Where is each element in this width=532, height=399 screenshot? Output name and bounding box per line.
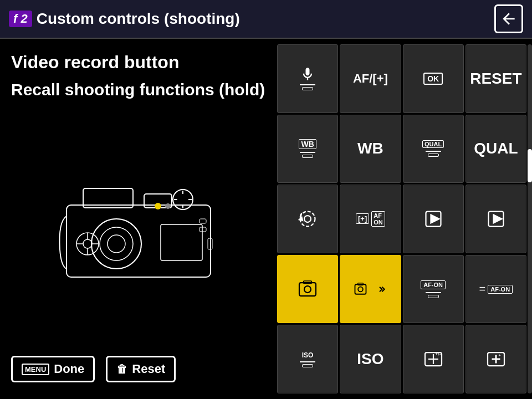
play-icon-2 — [486, 209, 506, 229]
cell-play2[interactable] — [466, 185, 526, 253]
reset-label: Reset — [132, 362, 165, 376]
header-title: Custom controls (shooting) — [37, 10, 240, 28]
qual-text: QUAL — [474, 140, 518, 157]
cell-ev-plus[interactable]: + — [466, 325, 526, 393]
svg-marker-27 — [431, 214, 439, 223]
svg-text:+: + — [498, 353, 501, 358]
svg-rect-13 — [161, 224, 202, 260]
cell-mic[interactable] — [277, 44, 338, 113]
reset-text: RESET — [470, 70, 521, 88]
iso-text: ISO — [357, 350, 383, 368]
camera-diagram — [11, 99, 266, 356]
af-plus-text: AF/[+] — [353, 71, 388, 86]
menu-line1: Video record button — [11, 50, 266, 75]
cell-af-on-icon[interactable]: AF-ON — [403, 255, 464, 324]
ev-icon: +/- — [423, 349, 443, 369]
cell-ok[interactable]: OK — [403, 44, 464, 113]
burst-icon — [372, 282, 387, 296]
svg-point-12 — [165, 203, 171, 209]
svg-point-15 — [83, 239, 92, 248]
cell-wb-text[interactable]: WB — [340, 115, 401, 183]
svg-point-31 — [304, 286, 311, 293]
cell-qual-text[interactable]: QUAL — [466, 115, 526, 183]
equals-icon: = — [479, 283, 486, 295]
main-content: Video record button Recall shooting func… — [0, 39, 532, 399]
option-grid: AF/[+] OK RESET WB WB QUA — [277, 44, 526, 393]
svg-rect-33 — [355, 284, 366, 294]
cell-play1[interactable] — [403, 185, 464, 253]
cell-qual-icon[interactable]: QUAL — [403, 115, 464, 183]
af-on-text: AF-ON — [488, 285, 513, 294]
svg-point-34 — [359, 287, 364, 291]
wb-text: WB — [357, 140, 383, 157]
done-button[interactable]: MENU Done — [11, 356, 95, 382]
cell-af-on-eq[interactable]: = AF-ON — [466, 255, 526, 324]
mic-icon — [300, 66, 315, 82]
cell-reset[interactable]: RESET — [466, 44, 526, 113]
svg-rect-21 — [200, 227, 206, 232]
trash-icon: 🗑 — [116, 363, 127, 376]
cell-rotate[interactable] — [277, 185, 338, 253]
cell-iso-icon[interactable]: ISO — [277, 325, 338, 393]
right-panel: AF/[+] OK RESET WB WB QUA — [277, 39, 532, 399]
svg-marker-29 — [493, 214, 502, 223]
cell-iso-text[interactable]: ISO — [340, 325, 401, 393]
svg-rect-20 — [200, 219, 206, 223]
svg-rect-30 — [299, 283, 316, 296]
back-icon — [500, 10, 518, 28]
cell-photo-select[interactable] — [277, 255, 338, 324]
menu-description: Video record button Recall shooting func… — [11, 50, 266, 99]
svg-point-23 — [304, 216, 311, 222]
ev-plus-icon: + — [486, 349, 506, 369]
burst-camera-icon — [354, 281, 370, 298]
play-icon — [423, 209, 443, 229]
svg-rect-0 — [66, 205, 211, 277]
header-left: f 2 Custom controls (shooting) — [9, 10, 240, 28]
done-label: Done — [54, 362, 84, 376]
bottom-buttons: MENU Done 🗑 Reset — [11, 356, 266, 388]
cell-burst-select[interactable] — [340, 255, 401, 324]
back-button[interactable] — [494, 4, 523, 33]
scrollbar-thumb — [528, 149, 532, 182]
cell-af-plus[interactable]: AF/[+] — [340, 44, 401, 113]
svg-point-4 — [100, 227, 133, 260]
left-panel: Video record button Recall shooting func… — [0, 39, 277, 399]
svg-point-5 — [108, 235, 125, 253]
header: f 2 Custom controls (shooting) — [0, 0, 532, 39]
cell-wb-icon[interactable]: WB — [277, 115, 338, 183]
cell-af-on-focus[interactable]: [+] AFON — [340, 185, 401, 253]
ok-badge: OK — [423, 73, 443, 85]
svg-point-11 — [155, 203, 161, 209]
scrollbar[interactable] — [528, 44, 532, 393]
reset-button[interactable]: 🗑 Reset — [106, 356, 176, 382]
svg-text:+/-: +/- — [435, 351, 441, 357]
rotate-icon — [298, 209, 318, 229]
menu-label: MENU — [22, 364, 49, 375]
photo-icon — [298, 279, 318, 299]
f2-badge: f 2 — [9, 11, 32, 27]
menu-line2: Recall shooting functions (hold) — [11, 80, 266, 99]
camera-svg — [50, 172, 227, 283]
cell-ev-icon[interactable]: +/- — [403, 325, 464, 393]
